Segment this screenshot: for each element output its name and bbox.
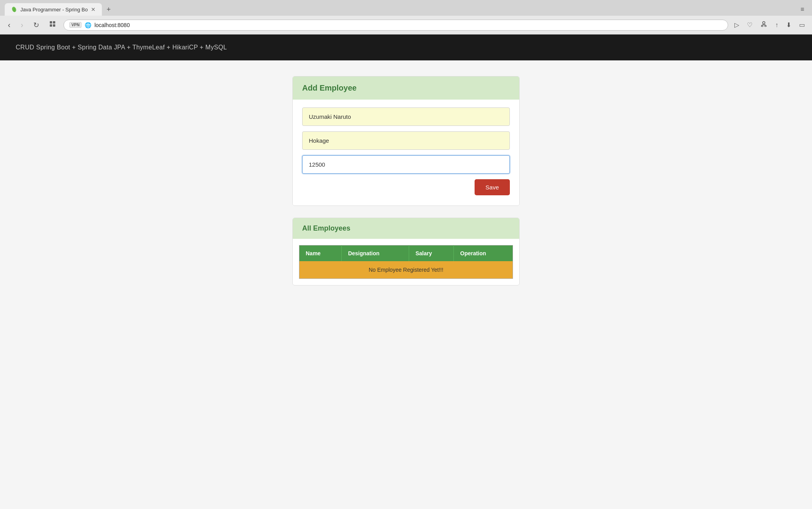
browser-chrome: Java Programmer - Spring Bo ✕ + ≡ ‹ › ↻ … xyxy=(0,0,812,35)
tab-options-icon[interactable]: ≡ xyxy=(801,6,807,13)
all-employees-card: All Employees Name Designation Salary Op… xyxy=(292,218,520,285)
svg-point-7 xyxy=(761,25,763,27)
svg-rect-4 xyxy=(50,24,52,27)
table-wrapper: Name Designation Salary Operation No Emp… xyxy=(293,239,519,285)
tab-close-button[interactable]: ✕ xyxy=(91,6,96,13)
empty-message: No Employee Registered Yet!!! xyxy=(299,261,513,279)
save-button[interactable]: Save xyxy=(475,179,510,195)
svg-point-8 xyxy=(765,25,766,27)
heart-icon-button[interactable]: ♡ xyxy=(745,20,755,30)
share-icon-button[interactable]: ↑ xyxy=(773,20,781,30)
url-text: localhost:8080 xyxy=(94,22,722,28)
table-header-row: Name Designation Salary Operation xyxy=(299,245,513,262)
form-footer: Save xyxy=(302,179,510,198)
download-icon-button[interactable]: ⬇ xyxy=(784,20,794,30)
svg-rect-5 xyxy=(53,24,55,27)
new-tab-button[interactable]: + xyxy=(103,5,114,14)
forward-button[interactable]: › xyxy=(18,19,27,31)
reload-button[interactable]: ↻ xyxy=(30,19,42,31)
url-bar[interactable]: VPN 🌐 localhost:8080 xyxy=(63,20,728,31)
tab-bar: Java Programmer - Spring Bo ✕ + ≡ xyxy=(0,0,812,16)
designation-input[interactable] xyxy=(302,131,510,150)
person-icon-button[interactable] xyxy=(758,19,770,31)
app-subtitle: CRUD Spring Boot + Spring Data JPA + Thy… xyxy=(16,44,227,51)
app-header: CRUD Spring Boot + Spring Data JPA + Thy… xyxy=(0,35,812,60)
active-tab[interactable]: Java Programmer - Spring Bo ✕ xyxy=(5,3,102,16)
col-designation: Designation xyxy=(342,245,409,262)
salary-input[interactable] xyxy=(302,155,510,174)
apps-grid-icon xyxy=(49,21,56,28)
table-title: All Employees xyxy=(302,224,350,232)
person-network-icon xyxy=(760,21,767,28)
svg-point-6 xyxy=(763,22,765,24)
form-card-body: Save xyxy=(293,100,519,205)
address-bar: ‹ › ↻ VPN 🌐 localhost:8080 ▷ ♡ xyxy=(0,16,812,34)
col-salary: Salary xyxy=(409,245,454,262)
send-icon-button[interactable]: ▷ xyxy=(732,20,741,30)
page-content: Add Employee Save All Employees Name Des… xyxy=(0,60,812,509)
svg-rect-3 xyxy=(53,21,55,24)
form-title: Add Employee xyxy=(302,84,357,92)
col-name: Name xyxy=(299,245,342,262)
col-operation: Operation xyxy=(454,245,513,262)
table-card-header: All Employees xyxy=(293,218,519,239)
tab-title: Java Programmer - Spring Bo xyxy=(20,7,88,13)
table-body: No Employee Registered Yet!!! xyxy=(299,261,513,279)
empty-row: No Employee Registered Yet!!! xyxy=(299,261,513,279)
toolbar-right: ▷ ♡ ↑ ⬇ ▭ xyxy=(732,19,807,31)
apps-button[interactable] xyxy=(46,19,60,31)
name-input[interactable] xyxy=(302,107,510,126)
vpn-badge: VPN xyxy=(69,22,82,28)
add-employee-card: Add Employee Save xyxy=(292,76,520,206)
form-card-header: Add Employee xyxy=(293,76,519,100)
employees-table: Name Designation Salary Operation No Emp… xyxy=(299,245,513,279)
table-header: Name Designation Salary Operation xyxy=(299,245,513,262)
battery-icon-button[interactable]: ▭ xyxy=(797,20,807,30)
globe-icon: 🌐 xyxy=(85,22,91,28)
back-button[interactable]: ‹ xyxy=(5,19,14,31)
svg-rect-2 xyxy=(50,21,52,24)
tab-favicon xyxy=(11,6,17,13)
